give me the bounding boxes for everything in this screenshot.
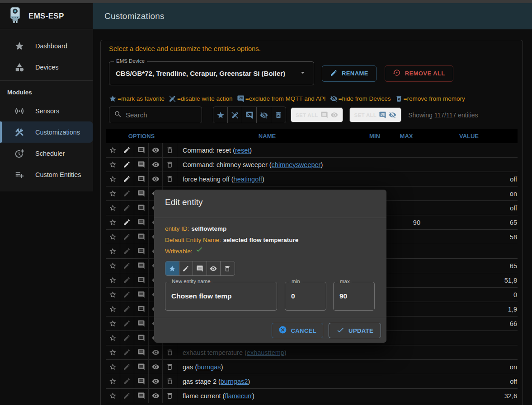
- entity-id-link[interactable]: exhausttemp: [247, 349, 284, 356]
- cancel-button[interactable]: CANCEL: [272, 323, 324, 338]
- rename-button[interactable]: RENAME: [322, 65, 377, 82]
- favorite-toggle[interactable]: [106, 345, 120, 360]
- entity-id-link[interactable]: chimneysweeper: [272, 161, 321, 168]
- favorite-toggle[interactable]: [106, 288, 120, 302]
- new-entity-name-field[interactable]: New entity name: [165, 282, 277, 311]
- favorite-toggle[interactable]: [106, 259, 120, 273]
- entity-id-link[interactable]: burngas2: [221, 378, 248, 385]
- entity-id-link[interactable]: burngas: [197, 363, 221, 371]
- favorite-toggle[interactable]: [106, 201, 120, 215]
- toggle-favorite-button[interactable]: [165, 261, 179, 275]
- favorite-toggle[interactable]: [106, 215, 120, 230]
- filter-favorite-button[interactable]: [213, 107, 228, 123]
- visibility-toggle[interactable]: [149, 158, 163, 172]
- edit-entity-button[interactable]: [120, 273, 135, 288]
- visibility-toggle[interactable]: [149, 389, 163, 403]
- filter-comment-off-button[interactable]: [242, 107, 257, 123]
- edit-entity-button[interactable]: [120, 215, 135, 230]
- mqtt-exclude-toggle[interactable]: [134, 143, 149, 158]
- delete-toggle[interactable]: [163, 345, 177, 360]
- visibility-toggle[interactable]: [149, 143, 163, 158]
- filter-edit-off-button[interactable]: [228, 107, 242, 123]
- favorite-toggle[interactable]: [106, 158, 120, 172]
- edit-entity-button[interactable]: [120, 201, 135, 215]
- mqtt-exclude-toggle[interactable]: [134, 389, 149, 403]
- favorite-toggle[interactable]: [106, 273, 120, 288]
- edit-entity-button[interactable]: [120, 389, 135, 403]
- visibility-toggle[interactable]: [149, 374, 163, 389]
- mqtt-exclude-toggle[interactable]: [134, 374, 149, 389]
- max-field[interactable]: max: [333, 282, 375, 311]
- sidebar-item-customizations[interactable]: Customizations: [0, 121, 93, 143]
- visibility-toggle[interactable]: [149, 172, 163, 186]
- max-input[interactable]: [339, 292, 368, 300]
- mqtt-exclude-toggle[interactable]: [134, 172, 149, 186]
- edit-entity-button[interactable]: [120, 302, 135, 317]
- filter-visibility-off-button[interactable]: [257, 107, 271, 123]
- filter-delete-forever-button[interactable]: [271, 107, 286, 123]
- mqtt-exclude-toggle[interactable]: [134, 158, 149, 172]
- visibility-toggle[interactable]: [149, 345, 163, 360]
- toggle-eye-button[interactable]: [207, 261, 221, 275]
- sidebar-item-scheduler[interactable]: Scheduler: [0, 143, 93, 164]
- min-field[interactable]: min: [285, 282, 326, 311]
- delete-toggle[interactable]: [163, 143, 177, 158]
- edit-entity-button[interactable]: [120, 317, 135, 331]
- edit-entity-button[interactable]: [120, 230, 135, 244]
- edit-entity-button[interactable]: [120, 158, 135, 172]
- mqtt-exclude-toggle[interactable]: [134, 186, 149, 201]
- mqtt-exclude-toggle[interactable]: [134, 230, 149, 244]
- mqtt-exclude-toggle[interactable]: [134, 288, 149, 302]
- visibility-toggle[interactable]: [149, 360, 163, 374]
- favorite-toggle[interactable]: [106, 230, 120, 244]
- delete-toggle[interactable]: [163, 389, 177, 403]
- edit-entity-button[interactable]: [120, 374, 135, 389]
- new-entity-name-input[interactable]: [171, 292, 271, 300]
- sidebar-item-dashboard[interactable]: Dashboard: [0, 35, 93, 56]
- edit-entity-button[interactable]: [120, 143, 135, 158]
- favorite-toggle[interactable]: [106, 331, 120, 345]
- delete-toggle[interactable]: [163, 360, 177, 374]
- ems-device-select[interactable]: EMS Device CBS/GB*72, Trendline, Cerapur…: [109, 61, 314, 85]
- search-box[interactable]: [109, 107, 202, 123]
- mqtt-exclude-toggle[interactable]: [134, 345, 149, 360]
- favorite-toggle[interactable]: [106, 302, 120, 317]
- sidebar-item-custom-entities[interactable]: Custom Entities: [0, 164, 93, 185]
- mqtt-exclude-toggle[interactable]: [134, 331, 149, 345]
- favorite-toggle[interactable]: [106, 374, 120, 389]
- mqtt-exclude-toggle[interactable]: [134, 273, 149, 288]
- edit-entity-button[interactable]: [120, 186, 135, 201]
- favorite-toggle[interactable]: [106, 389, 120, 403]
- search-input[interactable]: [126, 111, 197, 119]
- min-input[interactable]: [291, 292, 320, 300]
- favorite-toggle[interactable]: [106, 186, 120, 201]
- toggle-pencil-button[interactable]: [179, 261, 193, 275]
- mqtt-exclude-toggle[interactable]: [134, 259, 149, 273]
- entity-id-link[interactable]: flamecurr: [225, 392, 252, 400]
- favorite-toggle[interactable]: [106, 244, 120, 259]
- favorite-toggle[interactable]: [106, 317, 120, 331]
- set-all-show-button[interactable]: SET ALL: [291, 107, 343, 122]
- edit-entity-button[interactable]: [120, 172, 135, 186]
- mqtt-exclude-toggle[interactable]: [134, 244, 149, 259]
- edit-entity-button[interactable]: [120, 345, 135, 360]
- delete-toggle[interactable]: [163, 374, 177, 389]
- mqtt-exclude-toggle[interactable]: [134, 360, 149, 374]
- entity-id-link[interactable]: reset: [235, 147, 250, 154]
- sidebar-item-devices[interactable]: Devices: [0, 56, 93, 78]
- entity-id-link[interactable]: heatingoff: [234, 176, 262, 183]
- edit-entity-button[interactable]: [120, 360, 135, 374]
- sidebar-item-sensors[interactable]: Sensors: [0, 100, 93, 121]
- edit-entity-button[interactable]: [120, 244, 135, 259]
- favorite-toggle[interactable]: [106, 360, 120, 374]
- toggle-comment-button[interactable]: [193, 261, 207, 275]
- toggle-trash-button[interactable]: [221, 261, 235, 275]
- mqtt-exclude-toggle[interactable]: [134, 302, 149, 317]
- favorite-toggle[interactable]: [106, 143, 120, 158]
- update-button[interactable]: UPDATE: [329, 323, 381, 338]
- mqtt-exclude-toggle[interactable]: [134, 201, 149, 215]
- favorite-toggle[interactable]: [106, 172, 120, 186]
- delete-toggle[interactable]: [163, 158, 177, 172]
- edit-entity-button[interactable]: [120, 288, 135, 302]
- set-all-hide-button[interactable]: SET ALL: [349, 107, 402, 122]
